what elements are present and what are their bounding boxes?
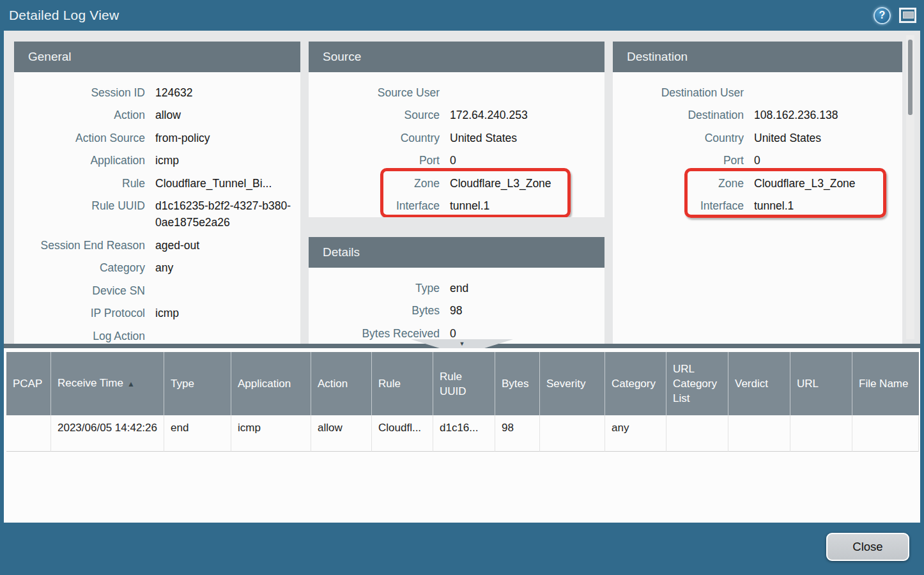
details-panel-title: Details <box>323 245 360 259</box>
field-value: Cloudflare_L3_Zone <box>754 175 902 192</box>
destination-panel-header: Destination <box>613 42 902 72</box>
column-label: Receive Time▲ <box>58 376 157 392</box>
column-header-severity[interactable]: Severity <box>540 352 605 415</box>
field-label: Country <box>309 130 440 146</box>
field-value: d1c16235-b2f2-4327-b380-0ae1875e2a26 <box>155 197 300 231</box>
general-field-row-action-source: Action Sourcefrom-policy <box>14 126 300 150</box>
field-label: Bytes <box>309 302 440 319</box>
table-cell-type: end <box>164 415 231 452</box>
destination-panel: Destination Destination UserDestination1… <box>613 42 902 344</box>
column-header-category[interactable]: Category <box>605 352 666 415</box>
general-panel-header: General <box>14 42 300 72</box>
column-header-application[interactable]: Application <box>231 352 311 415</box>
source-field-row-source-user: Source User <box>309 81 604 104</box>
column-label: Rule UUID <box>440 369 488 399</box>
detailed-log-view-dialog: Detailed Log View ? General Session ID12… <box>0 0 924 571</box>
column-header-verdict[interactable]: Verdict <box>728 352 790 415</box>
general-field-row-rule-uuid: Rule UUIDd1c16235-b2f2-4327-b380-0ae1875… <box>14 195 300 234</box>
table-cell-url <box>790 415 852 452</box>
details-field-row-bytes: Bytes98 <box>309 300 604 323</box>
field-value: 108.162.236.138 <box>754 107 902 123</box>
column-label: Action <box>318 376 365 391</box>
field-label: Bytes Received <box>309 325 440 342</box>
source-panel-header: Source <box>309 42 604 72</box>
field-value <box>450 84 604 101</box>
field-label: Log Action <box>14 328 145 344</box>
dialog-footer: Close <box>0 523 924 571</box>
field-value <box>155 328 300 344</box>
table-cell-application: icmp <box>231 415 311 452</box>
log-table-row[interactable]: 2023/06/05 14:42:26endicmpallowCloudfl..… <box>6 415 920 452</box>
panel-table-splitter: ▼ <box>4 344 920 348</box>
source-field-row-source: Source172.64.240.253 <box>309 104 604 127</box>
column-header-pcap[interactable]: PCAP <box>6 352 51 415</box>
field-label: Zone <box>309 175 440 192</box>
column-label: Application <box>238 376 304 391</box>
column-label: URL Category List <box>673 362 721 406</box>
field-value: United States <box>754 130 902 146</box>
column-label: Rule <box>378 376 426 391</box>
column-header-receive-time[interactable]: Receive Time▲ <box>51 352 164 415</box>
sort-ascending-icon: ▲ <box>127 379 135 388</box>
panels-scrollbar-thumb[interactable] <box>908 40 912 115</box>
field-label: Application <box>14 152 145 169</box>
table-cell-file-name <box>852 415 919 452</box>
field-label: Country <box>613 130 744 146</box>
general-panel: General Session ID124632ActionallowActio… <box>14 42 300 344</box>
field-value: 98 <box>450 302 604 319</box>
field-value: United States <box>450 130 604 146</box>
destination-field-row-destination-user: Destination User <box>613 81 902 104</box>
close-button[interactable]: Close <box>826 533 909 561</box>
column-label: Category <box>612 376 659 391</box>
general-field-row-rule: RuleCloudflare_Tunnel_Bi... <box>14 172 300 195</box>
field-label: Action Source <box>14 130 145 146</box>
field-value: 0 <box>754 152 902 169</box>
destination-panel-body: Destination UserDestination108.162.236.1… <box>613 72 902 344</box>
general-column: General Session ID124632ActionallowActio… <box>14 42 300 344</box>
field-value: tunnel.1 <box>450 197 604 214</box>
table-cell-bytes: 98 <box>495 415 540 452</box>
window-restore-icon[interactable] <box>899 8 916 23</box>
column-header-type[interactable]: Type <box>164 352 231 415</box>
column-header-bytes[interactable]: Bytes <box>495 352 540 415</box>
column-header-action[interactable]: Action <box>311 352 372 415</box>
source-details-column: Source Source UserSource172.64.240.253Co… <box>309 42 604 344</box>
log-table-body: 2023/06/05 14:42:26endicmpallowCloudfl..… <box>6 415 920 452</box>
source-panel-title: Source <box>323 50 361 64</box>
field-value: tunnel.1 <box>754 197 902 214</box>
column-header-rule-uuid[interactable]: Rule UUID <box>433 352 495 415</box>
dialog-title: Detailed Log View <box>9 8 119 23</box>
panels-scrollbar[interactable] <box>906 35 914 339</box>
titlebar-icons: ? <box>874 7 916 24</box>
general-field-row-application: Applicationicmp <box>14 150 300 172</box>
field-label: Session End Reason <box>14 237 145 254</box>
field-label: Zone <box>613 175 744 192</box>
help-icon[interactable]: ? <box>874 7 891 24</box>
table-cell-verdict <box>728 415 790 452</box>
field-label: Rule <box>14 175 145 192</box>
field-value: 124632 <box>155 84 300 101</box>
general-field-row-device-sn: Device SN <box>14 279 300 302</box>
field-label: Action <box>14 107 145 123</box>
field-label: Type <box>309 280 440 296</box>
column-label: PCAP <box>13 376 44 391</box>
field-label: Rule UUID <box>14 197 145 231</box>
column-label: Bytes <box>502 376 533 391</box>
destination-field-row-port: Port0 <box>613 150 902 172</box>
source-panel-body: Source UserSource172.64.240.253CountryUn… <box>309 72 604 217</box>
source-field-row-port: Port0 <box>309 150 604 172</box>
splitter-collapse-handle[interactable]: ▼ <box>411 339 513 348</box>
details-field-row-type: Typeend <box>309 277 604 300</box>
field-label: Destination <box>613 107 744 123</box>
field-label: Interface <box>613 197 744 214</box>
column-label: Severity <box>546 376 598 391</box>
table-cell-action: allow <box>311 415 372 452</box>
field-value: Cloudflare_Tunnel_Bi... <box>155 175 300 192</box>
column-header-url-category-list[interactable]: URL Category List <box>666 352 728 415</box>
field-value <box>155 282 300 299</box>
column-header-url[interactable]: URL <box>790 352 852 415</box>
column-header-rule[interactable]: Rule <box>372 352 433 415</box>
column-header-file-name[interactable]: File Name <box>852 352 919 415</box>
details-panel-header: Details <box>309 237 604 268</box>
table-cell-category: any <box>605 415 666 452</box>
